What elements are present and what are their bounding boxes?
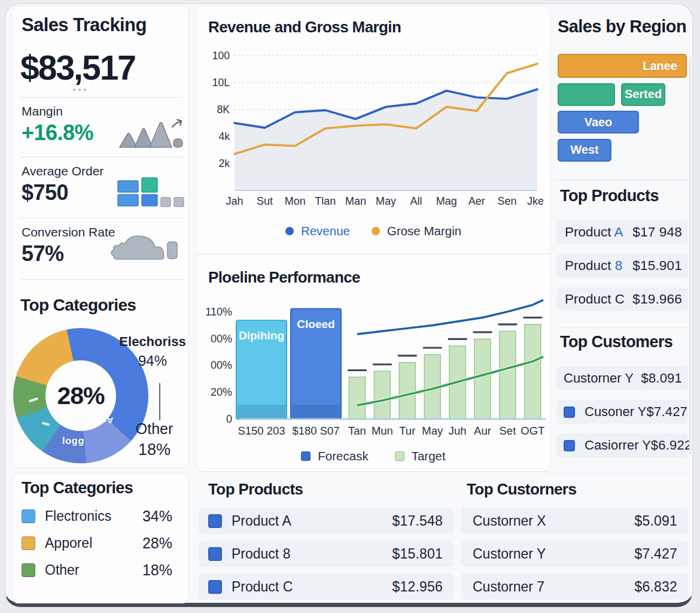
bottom-customer-row-custorner-x[interactable]: Custorner X$5.091: [461, 508, 688, 534]
y-tick-label: 2k: [219, 157, 230, 169]
category-label: Flectronics: [45, 508, 111, 524]
bar-value-mark: [348, 369, 367, 371]
right-customer-name: Casiorrer Y: [585, 438, 651, 453]
divider: [20, 279, 183, 280]
bar-value-mark: [398, 354, 417, 356]
bottom-product-name: Product A: [232, 513, 291, 529]
right-product-row-productc[interactable]: Product C$19.966: [556, 287, 688, 311]
region-bar-label: Lanee: [643, 59, 686, 73]
right-customer-row-custorner-y[interactable]: Custorner Y$8.091: [556, 366, 688, 390]
revenue-chart-legend: Revenue Grose Margin: [196, 224, 550, 238]
x-tick-label: S150 203: [238, 424, 285, 437]
scrollbar-track[interactable]: [689, 57, 691, 455]
right-product-row-product8[interactable]: Product 8$15.901: [556, 254, 688, 278]
forecast-legend-square: [301, 451, 311, 461]
category-value: 28%: [142, 535, 172, 552]
stat-conversion-rate: Conversion Rate 57%: [22, 225, 115, 266]
callout-pointer-line: [159, 383, 160, 420]
target-bar-tur: [399, 362, 415, 419]
y-tick-label: 20%: [211, 386, 232, 398]
x-tick-label: Sen: [497, 195, 516, 207]
y-tick-label: 4k: [219, 131, 230, 142]
bottom-product-value: $15.801: [392, 546, 454, 562]
stat-conversion-rate-label: Conversion Rate: [22, 225, 115, 239]
stage-bar-base: [238, 405, 285, 418]
right-customer-name: Cusoner Y: [585, 404, 647, 420]
divider: [20, 157, 183, 157]
right-product-name: Product 8: [565, 258, 622, 274]
category-legend-row-other[interactable]: Other18%: [22, 562, 172, 579]
bottom-customer-value: $5.091: [634, 513, 688, 529]
right-product-row-producta[interactable]: Product A$17 948: [556, 220, 688, 244]
right-customer-name: Custorner Y: [564, 371, 634, 386]
right-customer-color-icon: [564, 406, 575, 418]
bottom-customer-value: $6.832: [634, 579, 688, 595]
right-customers-list: Custorner Y$8.091Cusoner Y$7.427Casiorre…: [556, 366, 688, 457]
callout-label: Elechoriss: [118, 334, 187, 350]
right-product-name: Product A: [565, 224, 623, 240]
x-tick-label: May: [422, 424, 443, 437]
bottom-customer-name: Custorner Y: [473, 546, 546, 562]
right-product-value: $15.901: [632, 258, 688, 274]
bottom-product-row-product-a[interactable]: Product A$17.548: [199, 508, 454, 534]
pipeline-performance-chart: 110%00%00%20%0DipihingS150 203Cloeed$180…: [205, 298, 549, 448]
category-legend-row-flectronics[interactable]: Flectronics34%: [22, 508, 172, 525]
stat-margin: Mangin +16.8%: [22, 104, 93, 145]
bottom-product-color-icon: [208, 547, 222, 561]
bottom-customer-row-custorner-y[interactable]: Custorner Y$7.427: [461, 541, 688, 567]
category-legend-row-apporel[interactable]: Apporel28%: [22, 535, 172, 552]
y-tick-label: 0: [226, 413, 232, 425]
target-legend-square: [395, 451, 404, 461]
callout-label: Other: [122, 420, 187, 438]
x-tick-label: All: [410, 195, 422, 207]
x-tick-label: Mun: [372, 424, 393, 437]
bottom-product-color-icon: [208, 514, 222, 528]
bottom-customer-row-custorner-7[interactable]: Custorner 7$6.832: [461, 573, 688, 600]
bottom-product-row-product-c[interactable]: Product C$12.956: [199, 573, 454, 600]
category-value: 34%: [142, 508, 172, 525]
bottom-product-name: Product C: [232, 579, 293, 595]
bottom-product-value: $17.548: [392, 513, 454, 529]
target-bar-ogt: [525, 324, 541, 419]
bottom-products-title: Top Products: [208, 480, 303, 499]
category-color-icon: [22, 563, 35, 577]
right-customer-row-casiorrer-y[interactable]: Casiorrer Y$6.922: [556, 433, 688, 457]
target-bar-aur: [474, 339, 491, 419]
target-bar-set: [500, 331, 516, 419]
legend-item-revenue: Revenue: [285, 224, 350, 238]
legend-label: Grose Margin: [387, 224, 461, 238]
bar-value-mark: [423, 347, 442, 348]
legend-item-gross-margin: Grose Margin: [372, 224, 461, 238]
region-bar-segment: West: [558, 139, 611, 162]
category-color-icon: [22, 509, 35, 523]
total-sales-value: $83,517: [20, 48, 135, 87]
revenue-margin-chart: 10010L8K4k2kJahSutMonTlanManMayAllMagAer…: [205, 47, 543, 220]
bar-value-mark: [498, 323, 517, 325]
right-customer-row-cusoner-y[interactable]: Cusoner Y$7.427: [556, 400, 688, 424]
stage-bar-label: Cloeed: [297, 318, 334, 330]
x-tick-label: $180 S07: [292, 424, 339, 437]
right-product-name-accent: C: [615, 292, 625, 306]
x-tick-label: Juh: [449, 424, 467, 437]
region-bar-lanee: Lanee: [558, 54, 688, 78]
y-tick-label: 00%: [211, 359, 232, 371]
bar-value-mark: [523, 317, 542, 318]
bottom-customer-name: Custorner 7: [473, 579, 544, 595]
bottom-product-row-product-8[interactable]: Product 8$15.801: [199, 541, 454, 567]
target-bar-tan: [349, 377, 366, 419]
right-product-name: Product C: [565, 292, 625, 307]
x-tick-label: Mag: [436, 195, 457, 207]
revenue-legend-dot: [285, 227, 294, 235]
bottom-customer-name: Custorner X: [473, 513, 546, 529]
right-products-list: Product A$17 948Product 8$15.901Product …: [556, 220, 688, 311]
stat-conversion-rate-value: 57%: [22, 241, 115, 266]
right-customers-title: Top Customers: [560, 333, 672, 351]
x-tick-label: Jah: [226, 195, 243, 207]
forecast-line: [357, 300, 543, 334]
right-product-name-accent: A: [614, 224, 623, 239]
right-product-value: $17 948: [632, 224, 688, 240]
right-customer-value: $8.091: [641, 371, 689, 386]
region-chart-title: Sales by Region: [558, 17, 686, 37]
right-product-value: $19.966: [632, 292, 688, 307]
bottom-products-list: Product A$17.548Product 8$15.801Product …: [199, 508, 454, 600]
